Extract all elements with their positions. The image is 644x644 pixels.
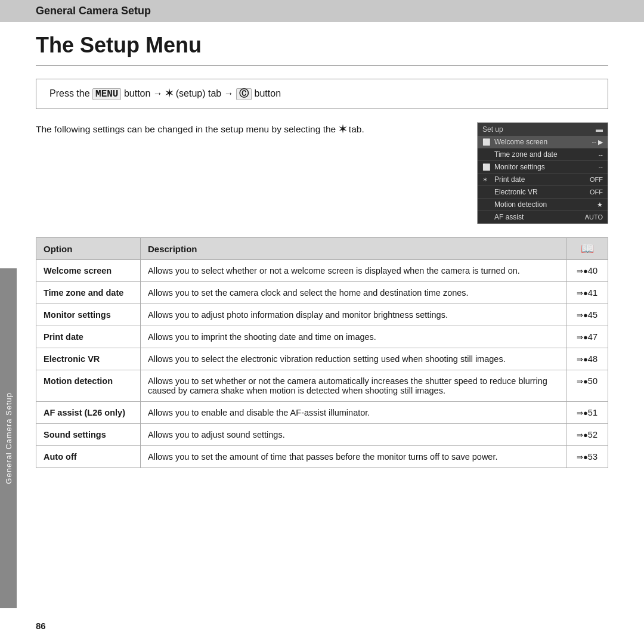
ref-dot: ●	[583, 408, 588, 417]
camera-menu-row: Motion detection ★	[478, 199, 608, 211]
table-cell-option: Welcome screen	[36, 260, 141, 282]
ref-dot: ●	[583, 267, 588, 275]
table-header-row: Option Description 📖	[36, 238, 608, 260]
ref-dot: ●	[583, 333, 588, 342]
ref-dot: ●	[583, 453, 588, 462]
row-label: AF assist	[494, 213, 585, 221]
table-row: AF assist (L26 only)Allows you to enable…	[36, 402, 608, 424]
camera-menu-row: ⬜ Welcome screen -- ▶	[478, 136, 608, 148]
page-title: The Setup Menu	[36, 33, 608, 66]
arrow1: →	[153, 88, 163, 98]
row-icon: ⬜	[482, 138, 494, 146]
table-cell-ref: ⇒●47	[566, 326, 608, 348]
arrow2: →	[224, 88, 234, 98]
table-cell-ref: ⇒●52	[566, 424, 608, 446]
table-cell-description: Allows you to set the camera clock and s…	[141, 282, 566, 304]
row-label: Monitor settings	[494, 163, 599, 171]
table-cell-option: Print date	[36, 326, 141, 348]
camera-menu-row: Time zone and date --	[478, 148, 608, 161]
intro-text2: tab.	[346, 124, 364, 134]
page-number: 86	[36, 621, 46, 631]
col-header-option: Option	[36, 238, 141, 260]
table-cell-description: Allows you to adjust photo information d…	[141, 304, 566, 326]
col-header-ref: 📖	[566, 238, 608, 260]
ok-key: Ⓒ	[236, 88, 252, 100]
row-icon: ⬜	[482, 163, 494, 171]
table-cell-option: Sound settings	[36, 424, 141, 446]
side-label-text: General Camera Setup	[4, 392, 13, 484]
ref-arrow: ⇒	[577, 311, 583, 320]
table-cell-ref: ⇒●53	[566, 446, 608, 468]
main-content: The Setup Menu Press the MENU button → ✶…	[0, 33, 644, 468]
table-cell-description: Allows you to set the amount of time tha…	[141, 446, 566, 468]
ref-arrow: ⇒	[577, 267, 583, 275]
row-label: Motion detection	[494, 200, 597, 209]
ref-dot: ●	[583, 311, 588, 320]
table-cell-ref: ⇒●50	[566, 370, 608, 402]
top-band: General Camera Setup	[0, 0, 644, 22]
row-label: Welcome screen	[494, 138, 592, 146]
table-cell-option: Time zone and date	[36, 282, 141, 304]
table-cell-ref: ⇒●41	[566, 282, 608, 304]
table-row: Motion detectionAllows you to set whethe…	[36, 370, 608, 402]
table-cell-ref: ⇒●48	[566, 348, 608, 370]
intro-tab-icon: ✶	[339, 124, 346, 134]
ref-arrow: ⇒	[577, 355, 583, 364]
row-value: AUTO	[585, 213, 603, 221]
instruction-box: Press the MENU button → ✶ (setup) tab → …	[36, 79, 608, 109]
table-row: Sound settingsAllows you to adjust sound…	[36, 424, 608, 446]
row-value: OFF	[590, 188, 603, 196]
table-cell-option: Motion detection	[36, 370, 141, 402]
table-cell-description: Allows you to enable and disable the AF-…	[141, 402, 566, 424]
side-label: General Camera Setup	[0, 268, 17, 608]
table-cell-ref: ⇒●40	[566, 260, 608, 282]
ref-arrow: ⇒	[577, 431, 583, 439]
row-icon: ✶	[482, 176, 494, 184]
table-cell-description: Allows you to select the electronic vibr…	[141, 348, 566, 370]
table-cell-ref: ⇒●45	[566, 304, 608, 326]
setup-icon: ✶	[165, 88, 173, 98]
table-row: Welcome screenAllows you to select wheth…	[36, 260, 608, 282]
middle-section: The following settings can be changed in…	[36, 122, 608, 224]
book-icon: 📖	[581, 243, 594, 255]
table-row: Electronic VRAllows you to select the el…	[36, 348, 608, 370]
row-value: -- ▶	[592, 138, 603, 146]
row-value: --	[599, 163, 603, 171]
ref-arrow: ⇒	[577, 408, 583, 417]
table-row: Print dateAllows you to imprint the shoo…	[36, 326, 608, 348]
row-label: Time zone and date	[494, 150, 599, 159]
table-cell-option: Monitor settings	[36, 304, 141, 326]
instruction-text: Press the MENU button → ✶ (setup) tab → …	[49, 88, 595, 100]
camera-menu-title: Set up	[482, 125, 503, 134]
section-title: General Camera Setup	[36, 5, 151, 17]
ref-arrow: ⇒	[577, 289, 583, 298]
table-cell-option: Electronic VR	[36, 348, 141, 370]
table-row: Time zone and dateAllows you to set the …	[36, 282, 608, 304]
ref-arrow: ⇒	[577, 333, 583, 342]
table-cell-description: Allows you to select whether or not a we…	[141, 260, 566, 282]
ref-dot: ●	[583, 355, 588, 364]
table-cell-description: Allows you to set whether or not the cam…	[141, 370, 566, 402]
intro-paragraph: The following settings can be changed in…	[36, 122, 477, 136]
camera-menu-row: Electronic VR OFF	[478, 186, 608, 199]
camera-menu-row: ✶ Print date OFF	[478, 174, 608, 186]
intro-text1: The following settings can be changed in…	[36, 124, 339, 134]
col-header-description: Description	[141, 238, 566, 260]
table-row: Monitor settingsAllows you to adjust pho…	[36, 304, 608, 326]
row-label: Print date	[494, 175, 590, 184]
ref-arrow: ⇒	[577, 453, 583, 462]
row-label: Electronic VR	[494, 188, 590, 196]
row-value: ★	[597, 201, 603, 209]
ref-dot: ●	[583, 289, 588, 298]
table-row: Auto offAllows you to set the amount of …	[36, 446, 608, 468]
ref-dot: ●	[583, 377, 588, 386]
table-cell-ref: ⇒●51	[566, 402, 608, 424]
camera-menu-screenshot: Set up ▬ ⬜ Welcome screen -- ▶ Time zone…	[477, 122, 608, 224]
table-cell-option: Auto off	[36, 446, 141, 468]
camera-menu-row: AF assist AUTO	[478, 211, 608, 224]
camera-menu-battery-icon: ▬	[596, 125, 603, 134]
camera-menu-row: ⬜ Monitor settings --	[478, 161, 608, 174]
ref-dot: ●	[583, 431, 588, 439]
table-cell-description: Allows you to adjust sound settings.	[141, 424, 566, 446]
row-value: --	[599, 151, 603, 158]
